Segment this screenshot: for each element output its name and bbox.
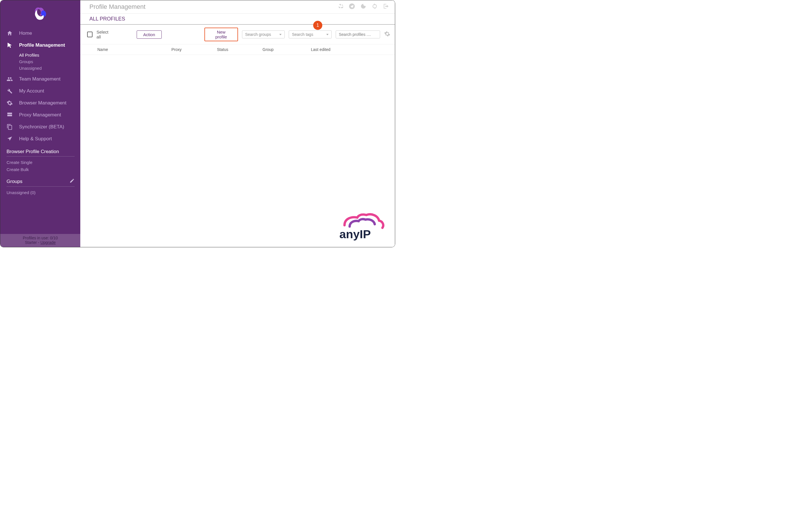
profiles-in-use-value: 0/10 (50, 236, 58, 240)
search-profiles-input[interactable] (336, 31, 380, 38)
subheader: ALL PROFILES (80, 14, 395, 25)
nav-label: Synchronizer (BETA) (19, 124, 64, 130)
nav-label: Proxy Management (19, 112, 61, 118)
search-tags-select[interactable]: Search tags (289, 31, 332, 38)
section-title-text: Groups (6, 179, 23, 184)
edit-icon[interactable] (70, 178, 75, 185)
select-all-checkbox[interactable] (87, 32, 92, 37)
action-button[interactable]: Action (137, 31, 162, 39)
select-all-label: Select all (96, 30, 113, 39)
section-title-text: Browser Profile Creation (6, 149, 59, 155)
th-group: Group (262, 47, 311, 52)
th-proxy: Proxy (171, 47, 217, 52)
refresh-icon[interactable] (371, 3, 378, 10)
location-arrow-icon (6, 136, 19, 142)
server-icon (6, 112, 19, 118)
titlebar-icons (337, 3, 389, 10)
section-groups: Groups Unassigned (0) (0, 174, 80, 197)
select-placeholder: Search groups (245, 32, 271, 37)
svg-text:anyIP: anyIP (339, 228, 371, 241)
nav-label: Home (19, 31, 32, 36)
nav-proxy-management[interactable]: Proxy Management (0, 109, 80, 121)
app-logo (0, 0, 80, 27)
nav-label: Browser Management (19, 100, 66, 106)
nav-sub-unassigned[interactable]: Unassigned (19, 65, 80, 72)
section-profile-creation: Browser Profile Creation Create Single C… (0, 145, 80, 174)
nav-label: My Account (19, 88, 44, 94)
logout-icon[interactable] (383, 3, 389, 10)
step-badge: 1 (313, 21, 322, 30)
page-title: Profile Management (89, 3, 337, 10)
people-icon (6, 76, 19, 82)
section-title: Browser Profile Creation (6, 149, 75, 157)
nav-help-support[interactable]: Help & Support (0, 133, 80, 145)
settings-gear-icon[interactable] (384, 31, 390, 38)
new-profile-button[interactable]: New profile (204, 28, 238, 41)
toolbar: 1 Select all Action New profile Search g… (80, 25, 395, 44)
upgrade-link[interactable]: Upgrade (40, 240, 56, 245)
plan-label: Starter - (25, 240, 40, 245)
home-icon (6, 30, 19, 36)
telegram-icon[interactable] (349, 3, 355, 10)
nav-synchronizer[interactable]: Synchronizer (BETA) (0, 121, 80, 133)
nav-profile-sub: All Profiles Groups Unassigned (0, 51, 80, 73)
profiles-in-use-label: Profiles in use: (23, 236, 50, 240)
th-status: Status (217, 47, 262, 52)
main-content: Profile Management ALL PROFILES 1 Select… (80, 0, 395, 247)
nav-label: Profile Management (19, 42, 65, 48)
nav-my-account[interactable]: My Account (0, 85, 80, 97)
nav-sub-all-profiles[interactable]: All Profiles (19, 52, 80, 58)
moon-icon[interactable] (360, 3, 366, 10)
watermark-logo: anyIP (337, 212, 388, 242)
recycle-icon[interactable] (337, 3, 343, 10)
select-placeholder: Search tags (292, 32, 313, 37)
nav-label: Help & Support (19, 136, 52, 142)
group-unassigned[interactable]: Unassigned (0) (6, 189, 75, 196)
cursor-icon (6, 42, 19, 48)
th-last-edited: Last edited (311, 47, 357, 52)
nav-main: Home Profile Management All Profiles Gro… (0, 27, 80, 145)
section-title: Groups (6, 178, 75, 187)
nav-browser-management[interactable]: Browser Management (0, 97, 80, 109)
nav-label: Team Management (19, 76, 60, 82)
nav-team-management[interactable]: Team Management (0, 73, 80, 85)
table-header: Name Proxy Status Group Last edited (80, 44, 395, 55)
sidebar: Home Profile Management All Profiles Gro… (0, 0, 80, 247)
nav-profile-management[interactable]: Profile Management (0, 39, 80, 51)
nav-sub-groups[interactable]: Groups (19, 58, 80, 65)
search-groups-select[interactable]: Search groups (242, 31, 285, 38)
titlebar: Profile Management (80, 0, 395, 14)
th-name: Name (97, 47, 171, 52)
copy-icon (6, 124, 19, 130)
nav-home[interactable]: Home (0, 27, 80, 39)
sidebar-footer: Profiles in use: 0/10 Starter - Upgrade (0, 234, 80, 247)
gear-icon (6, 100, 19, 106)
create-bulk[interactable]: Create Bulk (6, 166, 75, 173)
create-single[interactable]: Create Single (6, 159, 75, 166)
wrench-icon (6, 88, 19, 94)
